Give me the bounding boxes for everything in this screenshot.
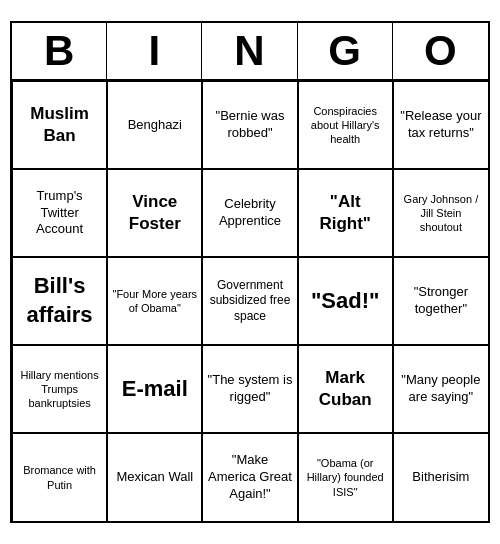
bingo-cell: Vince Foster [107, 169, 202, 257]
bingo-cell: "Many people are saying" [393, 345, 488, 433]
bingo-cell: Bitherisim [393, 433, 488, 521]
bingo-cell: Gary Johnson / Jill Stein shoutout [393, 169, 488, 257]
bingo-cell: "Make America Great Again!" [202, 433, 297, 521]
bingo-cell: "Release your tax returns" [393, 81, 488, 169]
bingo-cell: Mexican Wall [107, 433, 202, 521]
bingo-cell: "Four More years of Obama" [107, 257, 202, 345]
bingo-card: BINGO Muslim BanBenghazi"Bernie was robb… [10, 21, 490, 523]
bingo-cell: E-mail [107, 345, 202, 433]
bingo-cell: Bill's affairs [12, 257, 107, 345]
bingo-grid: Muslim BanBenghazi"Bernie was robbed"Con… [12, 81, 488, 521]
bingo-cell: Bromance with Putin [12, 433, 107, 521]
header-letter: B [12, 23, 107, 79]
bingo-cell: Celebrity Apprentice [202, 169, 297, 257]
bingo-cell: "The system is rigged" [202, 345, 297, 433]
header-letter: N [202, 23, 297, 79]
bingo-cell: Benghazi [107, 81, 202, 169]
bingo-cell: Mark Cuban [298, 345, 393, 433]
bingo-cell: Government subsidized free space [202, 257, 297, 345]
bingo-cell: Hillary mentions Trumps bankruptsies [12, 345, 107, 433]
header-letter: O [393, 23, 488, 79]
bingo-header: BINGO [12, 23, 488, 81]
bingo-cell: "Stronger together" [393, 257, 488, 345]
header-letter: G [298, 23, 393, 79]
bingo-cell: Muslim Ban [12, 81, 107, 169]
header-letter: I [107, 23, 202, 79]
bingo-cell: "Bernie was robbed" [202, 81, 297, 169]
bingo-cell: "Obama (or Hillary) founded ISIS" [298, 433, 393, 521]
bingo-cell: "Sad!" [298, 257, 393, 345]
bingo-cell: Conspiracies about Hillary's health [298, 81, 393, 169]
bingo-cell: "Alt Right" [298, 169, 393, 257]
bingo-cell: Trump's Twitter Account [12, 169, 107, 257]
